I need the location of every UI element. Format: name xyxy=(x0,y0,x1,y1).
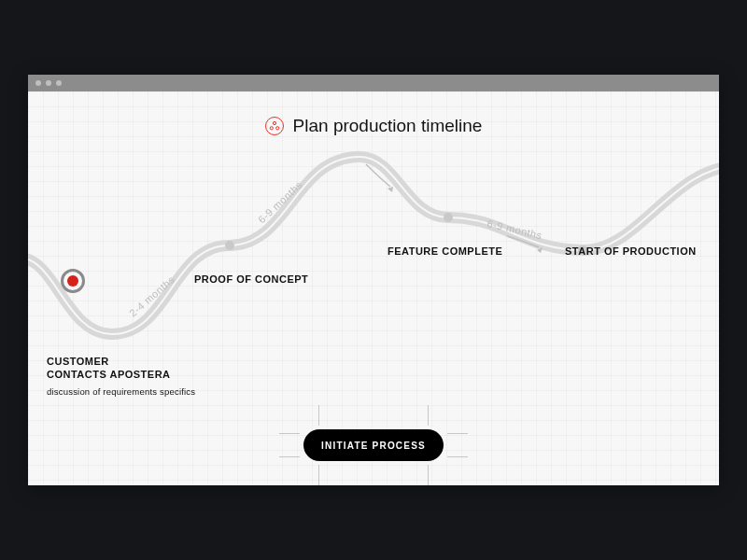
milestone-label: START OF PRODUCTION xyxy=(565,245,697,259)
window-dot-icon xyxy=(56,80,62,86)
milestone-label-line: CUSTOMER xyxy=(47,356,171,369)
milestone-sub: discussion of requirements specifics xyxy=(47,386,195,397)
window-title-bar xyxy=(28,75,719,91)
browser-window: Plan production timeline CUSTOMER CONTAC… xyxy=(28,75,719,485)
milestone-label: FEATURE COMPLETE xyxy=(388,245,502,259)
graph-canvas: Plan production timeline CUSTOMER CONTAC… xyxy=(28,91,719,485)
milestone-label-line: CONTACTS APOSTERA xyxy=(47,369,171,382)
window-dot-icon xyxy=(35,80,41,86)
milestone-label: PROOF OF CONCEPT xyxy=(194,273,308,287)
cta-wrap: INITIATE PROCESS xyxy=(303,429,444,461)
milestone-marker xyxy=(444,213,453,222)
milestone-marker xyxy=(225,241,234,250)
initiate-process-button[interactable]: INITIATE PROCESS xyxy=(303,429,444,461)
road-path-graphic xyxy=(28,91,719,485)
window-dot-icon xyxy=(46,80,51,86)
milestone-label: CUSTOMER CONTACTS APOSTERA xyxy=(47,356,171,382)
cta-label: INITIATE PROCESS xyxy=(321,441,426,451)
milestone-marker-start xyxy=(61,269,85,293)
